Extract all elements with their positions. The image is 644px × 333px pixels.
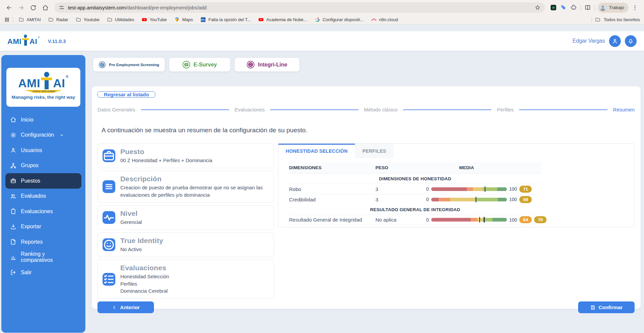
bookmark-item[interactable]: Radar <box>46 17 70 22</box>
sidebar-item-reportes[interactable]: Reportes <box>5 234 81 250</box>
stepper-line <box>519 109 607 110</box>
profile-chip[interactable]: Trabajo <box>598 3 629 13</box>
browser-window: test-app.amitaisystem.com/dashboard/pre-… <box>0 0 644 333</box>
score-bar <box>431 198 507 201</box>
dimension-weight: 3 <box>375 186 426 192</box>
card-title: Descripción <box>120 175 269 183</box>
step-metodo-clasico[interactable]: Método clásico <box>364 107 398 112</box>
all-favorites-label: Todos los favoritos <box>604 17 640 22</box>
sidebar-item-exportar[interactable]: Exportar <box>5 219 81 235</box>
card-text: Honestidad Selección <box>120 273 169 280</box>
column-header: MEDIA <box>426 165 541 170</box>
home-button[interactable] <box>40 2 51 13</box>
menu-button[interactable] <box>629 2 641 13</box>
amitai-logo: AMI AI ® <box>18 75 69 89</box>
bookmark-label: Youtube <box>84 17 99 22</box>
reload-button[interactable] <box>28 2 39 13</box>
pes-icon <box>98 61 106 68</box>
sidebar-item-label: Salir <box>21 270 32 276</box>
score-badge: 70 <box>534 216 547 223</box>
sidebar-item-label: Usuarios <box>21 147 42 153</box>
sidebar-logo-card: AMI AI ® ETHICAL INTELLIGENCE Managing r… <box>6 68 80 107</box>
score-badge: 59 <box>519 196 532 203</box>
sidebar-item-evaluaciones[interactable]: Evaluaciones <box>5 204 81 219</box>
reading-list-icon[interactable] <box>585 4 591 11</box>
sidebar-item-configuracion[interactable]: Configuración <box>5 128 81 143</box>
bookmark-label: Maps <box>182 17 193 22</box>
back-to-list-button[interactable]: Regresar al listado <box>97 91 155 98</box>
sidebar-item-usuarios[interactable]: Usuarios <box>5 143 81 158</box>
bookmark-item[interactable]: AMITAI <box>16 17 43 22</box>
results-table: DIMENSIONESPESOMEDIADIMENSIONES DE HONES… <box>289 162 541 225</box>
step-evaluaciones[interactable]: Evaluaciones <box>235 107 265 112</box>
score-marker <box>476 197 477 202</box>
card-text: 00 Z Honestidad + Perfiles + Dominancia <box>120 157 212 164</box>
report-icon <box>10 239 16 245</box>
svg-text:W: W <box>552 6 555 9</box>
bookmarks-list: AMITAIRadarYoutubeUtilidadesYouTubeMapsD… <box>16 17 400 22</box>
ranking-icon <box>10 254 16 260</box>
bookmark-star-icon[interactable] <box>535 5 540 10</box>
sidebar-item-evaluados[interactable]: Evaluados <box>5 189 81 204</box>
site-settings-icon[interactable] <box>59 5 65 10</box>
bookmark-item[interactable]: n8n.cloud <box>369 17 400 22</box>
sidebar-item-salir[interactable]: Salir <box>5 265 81 280</box>
user-name[interactable]: Edgar Vargas <box>572 38 605 44</box>
score-badge: 64 <box>519 216 532 223</box>
forward-button[interactable] <box>15 2 27 13</box>
bookmark-item[interactable]: Configurar dispositi... <box>312 17 366 22</box>
bookmark-item[interactable]: YouTube <box>139 17 169 22</box>
bookmark-maps-icon <box>174 17 180 22</box>
product-tab-pre-employment-screening[interactable]: Pre Employment Screening <box>93 58 165 72</box>
sidebar-item-label: Puestos <box>21 178 40 184</box>
sidebar-item-label: Grupos <box>21 162 38 169</box>
step-resumen[interactable]: Resumen <box>613 107 635 112</box>
card-text: Dominancia Cerebral <box>120 287 169 294</box>
extension-tag-icon[interactable] <box>560 4 567 11</box>
product-tab-integri-line[interactable]: Integri-Line <box>235 58 299 72</box>
bookmark-youtube-icon <box>142 17 147 22</box>
dimension-row: Resultado General de IntegridadNo aplica… <box>289 215 541 225</box>
main-panel: Regresar al listado Datos GeneralesEvalu… <box>92 86 641 309</box>
app-version: V.11.0.3 <box>48 38 66 44</box>
extension-w-icon[interactable]: W <box>550 4 557 11</box>
bookmark-item[interactable]: Maps <box>172 17 195 22</box>
bookmark-label: AMITAI <box>27 17 41 22</box>
dimension-weight: No aplica <box>375 217 426 223</box>
apps-grid-icon[interactable] <box>4 17 10 22</box>
chevron-left-icon <box>112 305 117 310</box>
url-bar[interactable]: test-app.amitaisystem.com/dashboard/pre-… <box>54 2 545 13</box>
card-text: Creacion de puesto de prueba demostrar q… <box>120 184 269 198</box>
previous-button[interactable]: Anterior <box>97 301 154 313</box>
sidebar-item-grupos[interactable]: Grupos <box>5 158 81 174</box>
bookmark-label: Configurar dispositi... <box>323 17 364 22</box>
step-perfiles[interactable]: Perfiles <box>497 107 514 112</box>
sidebar-item-label: Inicio <box>21 117 33 123</box>
bookmark-item[interactable]: DELLFalta la opción del T... <box>198 17 253 22</box>
dimension-name: Credibilidad <box>289 197 375 202</box>
sidebar-item-inicio[interactable]: Inicio <box>5 112 81 128</box>
user-button[interactable] <box>609 35 621 47</box>
bookmark-item[interactable]: Youtube <box>73 17 102 22</box>
product-tab-e-survey[interactable]: E-Survey <box>169 58 230 72</box>
sidebar: AMI AI ® ETHICAL INTELLIGENCE Managing r… <box>1 55 85 333</box>
step-datos-generales[interactable]: Datos Generales <box>97 107 135 112</box>
score-marker <box>479 217 480 223</box>
extensions-puzzle-icon[interactable] <box>570 4 577 11</box>
results-tab-perfiles[interactable]: PERFILES <box>355 144 394 158</box>
bookmark-item[interactable]: Utilidades <box>105 17 136 22</box>
bookmark-item[interactable]: Academia de Nube... <box>256 17 309 22</box>
summary-card-nivel: NivelGerencial <box>97 205 274 230</box>
sidebar-item-ranking-y-comparativos[interactable]: Ranking y comparativos <box>5 250 81 265</box>
confirm-button[interactable]: Confirmar <box>578 301 635 313</box>
table-header-row: DIMENSIONESPESOMEDIA <box>289 162 541 174</box>
all-favorites[interactable]: Todos los favoritos <box>592 17 640 22</box>
sidebar-item-puestos[interactable]: Puestos <box>5 173 81 189</box>
sidebar-item-label: Reportes <box>21 239 43 245</box>
results-tab-honestidad-seleccion[interactable]: HONESTIDAD SELECCIÓN <box>278 144 355 158</box>
back-button[interactable] <box>3 2 15 13</box>
section-row: RESULTADO GENERAL DE INTEGRIDAD <box>289 204 541 215</box>
notifications-button[interactable] <box>625 35 637 47</box>
dimension-name: Resultado General de Integridad <box>289 217 375 223</box>
kebab-menu-icon <box>632 4 638 11</box>
